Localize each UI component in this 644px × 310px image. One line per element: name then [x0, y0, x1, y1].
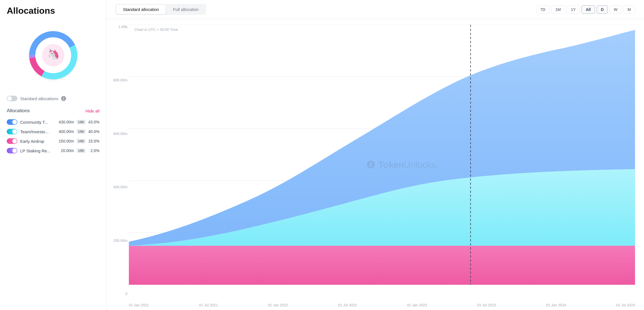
standard-allocation-tab[interactable]: Standard allocation — [116, 5, 166, 14]
page-title: Allocations — [7, 6, 99, 16]
lp-amount: 20.00m — [61, 148, 74, 153]
unicorn-emoji: 🦄 — [47, 48, 59, 60]
sidebar: Allocations — [0, 0, 106, 310]
alloc-item-airdrop: Early Airdrop 150.00m UNI 15.0% — [7, 138, 99, 144]
lp-pct: 2.0% — [88, 148, 99, 153]
x-label-jan21: 01 Jan 2021 — [129, 303, 149, 307]
x-label-jul22: 01 Jul 2022 — [338, 303, 357, 307]
team-name: Team/Investo... — [20, 129, 56, 134]
donut-chart: 🦄 — [7, 22, 99, 89]
x-label-jul24: 01 Jul 2024 — [616, 303, 635, 307]
chart-subtitle: Chart in UTC + 00:00 Time — [134, 27, 178, 32]
full-allocation-tab[interactable]: Full allocation — [166, 5, 205, 14]
y-label-400m: 400.00m — [109, 185, 127, 189]
y-axis: 1.00b 800.00m 600.00m 400.00m 200.00m 0 — [109, 25, 127, 296]
x-label-jan24: 01 Jan 2024 — [546, 303, 566, 307]
airdrop-name: Early Airdrop — [20, 139, 56, 144]
standard-allocations-toggle-row: Standard allocations i — [7, 96, 99, 101]
x-label-jan22: 01 Jan 2022 — [268, 303, 288, 307]
main-area: Standard allocation Full allocation 7D 1… — [106, 0, 644, 310]
interval-w-btn[interactable]: W — [610, 5, 622, 14]
allocations-header-label: Allocations — [7, 108, 30, 114]
community-name: Community T... — [20, 120, 56, 125]
y-label-200m: 200.00m — [109, 238, 127, 243]
team-token: UNI — [77, 129, 85, 134]
pink-area — [129, 246, 635, 285]
x-label-jul21: 01 Jul 2021 — [199, 303, 218, 307]
chart-area: Chart in UTC + 00:00 Time 1.00b 800.00m … — [106, 19, 644, 310]
airdrop-token: UNI — [77, 139, 85, 143]
team-amount: 400.00m — [59, 129, 74, 134]
info-icon[interactable]: i — [61, 96, 66, 101]
community-toggle[interactable] — [7, 119, 17, 125]
team-pct: 40.0% — [88, 129, 99, 134]
area-chart: Today — [129, 25, 635, 285]
airdrop-toggle[interactable] — [7, 138, 17, 144]
lp-toggle[interactable] — [7, 148, 17, 153]
y-label-800m: 800.00m — [109, 78, 127, 82]
allocations-header: Allocations Hide all — [7, 108, 99, 114]
allocation-donut: 🦄 — [22, 24, 84, 86]
lp-name: LP Staking Re... — [20, 148, 58, 153]
y-label-0: 0 — [109, 292, 127, 296]
alloc-item-community: Community T... 430.00m UNI 43.0% — [7, 119, 99, 125]
x-axis: 01 Jan 2021 01 Jul 2021 01 Jan 2022 01 J… — [129, 303, 635, 307]
x-label-jul23: 01 Jul 2023 — [477, 303, 496, 307]
top-bar: Standard allocation Full allocation 7D 1… — [106, 0, 644, 19]
interval-m-btn[interactable]: M — [623, 5, 635, 14]
standard-allocations-toggle[interactable] — [7, 96, 17, 101]
time-all-btn[interactable]: All — [582, 5, 595, 14]
community-amount: 430.00m — [59, 120, 74, 124]
interval-d-btn[interactable]: D — [597, 5, 608, 14]
standard-allocations-label: Standard allocations — [20, 96, 58, 101]
y-label-600m: 600.00m — [109, 132, 127, 136]
hide-all-button[interactable]: Hide all — [85, 109, 99, 113]
time-7d-btn[interactable]: 7D — [536, 5, 550, 14]
time-1y-btn[interactable]: 1Y — [567, 5, 580, 14]
airdrop-pct: 15.0% — [88, 139, 99, 143]
community-token: UNI — [77, 120, 85, 124]
alloc-item-lp: LP Staking Re... 20.00m UNI 2.0% — [7, 148, 99, 153]
lp-token: UNI — [77, 148, 85, 153]
allocation-tab-group: Standard allocation Full allocation — [115, 4, 206, 15]
x-label-jan23: 01 Jan 2023 — [407, 303, 427, 307]
allocation-list: Community T... 430.00m UNI 43.0% Team/In… — [7, 119, 99, 153]
time-1m-btn[interactable]: 1M — [551, 5, 565, 14]
alloc-item-team: Team/Investo... 400.00m UNI 40.0% — [7, 129, 99, 134]
airdrop-amount: 150.00m — [59, 139, 74, 143]
community-pct: 43.0% — [88, 120, 99, 124]
team-toggle[interactable] — [7, 129, 17, 134]
y-label-1b: 1.00b — [109, 25, 127, 29]
time-controls: 7D 1M 1Y All D W M — [536, 5, 635, 14]
